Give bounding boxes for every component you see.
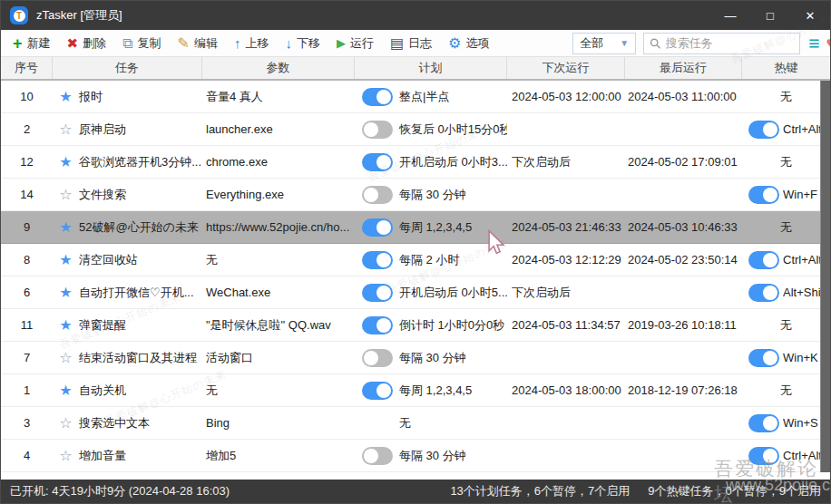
star-icon[interactable]: ★	[57, 284, 74, 301]
search-icon	[650, 37, 660, 50]
log-icon: ▤	[390, 36, 404, 51]
chevron-down-icon: ▼	[620, 38, 629, 48]
table-row[interactable]: 1 ★ 自动关机 无 每周 1,2,3,4,5 2024-05-03 18:00…	[1, 374, 830, 407]
table-row[interactable]: 2 ☆ 原神启动 launcher.exe 恢复后 0小时15分0秒 Ctrl+…	[1, 113, 830, 146]
task-param: "是时候休息啦" QQ.wav	[202, 309, 355, 341]
vertical-scrollbar[interactable]	[820, 81, 830, 472]
star-icon[interactable]: ☆	[57, 414, 74, 431]
task-name: 自动关机	[79, 383, 126, 399]
minimize-button[interactable]: —	[710, 1, 750, 30]
table-row[interactable]: 6 ★ 自动打开微信♡开机... WeChat.exe 开机启动后 0小时5..…	[1, 276, 830, 309]
table-row[interactable]: 3 ☆ 搜索选中文本 Bing 无 Win+S	[1, 407, 830, 440]
move-up-button[interactable]: ↑ 上移	[226, 32, 278, 55]
table-row[interactable]: 4 ☆ 增加音量 增加5 每隔 30 分钟 Ctrl+Alt	[1, 440, 830, 472]
hotkey-toggle[interactable]	[748, 251, 779, 269]
schedule-text: 每隔 2 小时	[399, 252, 459, 268]
column-header-param[interactable]: 参数	[202, 57, 355, 79]
run-task-button[interactable]: ▶ 运行	[328, 32, 382, 55]
schedule-text: 每周 1,2,3,4,5	[399, 383, 472, 399]
next-run: 下次启动后	[507, 146, 625, 178]
table-row[interactable]: 9 ★ 52破解@心开始の未来 https://www.52pojie.cn/h…	[1, 211, 830, 244]
column-header-next-run[interactable]: 下次运行	[507, 57, 625, 79]
edit-task-button[interactable]: ✎ 编辑	[170, 32, 226, 55]
options-button[interactable]: ⚙ 选项	[440, 32, 497, 55]
table-row[interactable]: 11 ★ 弹窗提醒 "是时候休息啦" QQ.wav 倒计时 1小时0分0秒 20…	[1, 309, 830, 342]
log-button[interactable]: ▤ 日志	[382, 32, 440, 55]
schedule-toggle[interactable]	[362, 349, 393, 367]
row-number: 2	[1, 113, 53, 145]
table-row[interactable]: 10 ★ 报时 音量4 真人 整点|半点 2024-05-03 12:00:00…	[1, 81, 830, 113]
copy-task-button[interactable]: ⧉ 复制	[114, 32, 169, 55]
app-logo-icon: T	[10, 6, 28, 24]
hotkey-toggle[interactable]	[748, 447, 779, 465]
edit-icon: ✎	[178, 36, 190, 51]
column-header-hotkey[interactable]: 热键	[742, 57, 830, 79]
move-down-button[interactable]: ↓ 下移	[277, 32, 328, 55]
star-icon[interactable]: ☆	[57, 121, 74, 138]
toolbar-button-label: 新建	[27, 35, 51, 52]
hotkey-cell: Win+K	[742, 342, 830, 373]
hotkey-tasks-summary: 9个热键任务，0个暂停，9个启用	[648, 483, 821, 499]
hotkey-toggle[interactable]	[748, 121, 779, 139]
schedule-text: 倒计时 1小时0分0秒	[399, 317, 504, 334]
star-icon[interactable]: ★	[57, 251, 74, 268]
star-icon[interactable]: ☆	[57, 349, 74, 366]
schedule-toggle[interactable]	[362, 251, 393, 269]
maximize-button[interactable]: □	[750, 1, 790, 30]
search-box	[643, 33, 800, 54]
filter-dropdown[interactable]: 全部 ▼	[572, 33, 636, 54]
table-row[interactable]: 7 ☆ 结束活动窗口及其进程 活动窗口 每隔 30 分钟 Win+K	[1, 342, 830, 374]
table-row[interactable]: 14 ☆ 文件搜索 Everything.exe 每隔 30 分钟 Win+F	[1, 179, 830, 211]
star-icon[interactable]: ★	[57, 153, 74, 170]
row-number: 7	[1, 342, 53, 373]
schedule-text: 整点|半点	[399, 89, 449, 105]
column-header-schedule[interactable]: 计划	[355, 57, 507, 79]
schedule-toggle[interactable]	[362, 218, 393, 237]
last-run	[625, 440, 742, 471]
task-param: 无	[202, 374, 355, 406]
hotkey-toggle[interactable]	[748, 284, 779, 302]
schedule-toggle[interactable]	[362, 382, 393, 400]
list-view-icon[interactable]: ≡	[808, 34, 819, 53]
hotkey-cell: Win+F	[742, 179, 830, 210]
hotkey-text: 无	[780, 383, 792, 399]
schedule-toggle[interactable]	[362, 153, 393, 171]
hotkey-toggle[interactable]	[748, 349, 779, 367]
schedule-toggle[interactable]	[362, 121, 393, 139]
hotkey-toggle[interactable]	[748, 414, 779, 432]
toolbar-button-label: 运行	[350, 35, 374, 52]
search-input[interactable]	[666, 36, 795, 50]
schedule-toggle[interactable]	[362, 447, 393, 465]
task-name: 搜索选中文本	[79, 415, 150, 431]
column-header-number[interactable]: 序号	[1, 57, 53, 79]
schedule-toggle[interactable]	[362, 88, 393, 106]
star-icon[interactable]: ★	[57, 88, 74, 105]
star-icon[interactable]: ★	[57, 382, 74, 399]
delete-task-button[interactable]: ✖ 删除	[59, 32, 115, 55]
schedule-toggle[interactable]	[362, 284, 393, 302]
toolbar-button-label: 复制	[138, 35, 161, 52]
hotkey-text: 无	[780, 89, 792, 105]
close-button[interactable]: ✕	[790, 1, 830, 30]
row-number: 6	[1, 276, 53, 308]
star-icon[interactable]: ☆	[57, 186, 74, 203]
star-icon[interactable]: ☆	[57, 447, 74, 464]
schedule-toggle[interactable]	[362, 186, 393, 204]
last-run: 2024-05-03 11:00:00	[625, 81, 742, 112]
hotkey-toggle[interactable]	[748, 186, 779, 204]
last-run	[625, 179, 742, 210]
next-run	[507, 407, 625, 439]
schedule-toggle[interactable]	[362, 316, 393, 334]
play-icon: ▶	[337, 37, 346, 49]
heart-icon[interactable]: ♥	[826, 34, 831, 53]
last-run	[625, 113, 742, 145]
toolbar-button-label: 删除	[83, 35, 106, 52]
star-icon[interactable]: ★	[57, 316, 74, 334]
column-header-task[interactable]: 任务	[53, 57, 202, 79]
table-row[interactable]: 8 ★ 清空回收站 无 每隔 2 小时 2024-05-03 12:12:29 …	[1, 244, 830, 276]
task-param: Bing	[202, 407, 355, 439]
new-task-button[interactable]: + 新建	[5, 32, 59, 55]
table-row[interactable]: 12 ★ 谷歌浏览器开机3分钟... chrome.exe 开机启动后 0小时3…	[1, 146, 830, 179]
star-icon[interactable]: ★	[57, 218, 74, 236]
column-header-last-run[interactable]: 最后运行	[625, 57, 742, 79]
